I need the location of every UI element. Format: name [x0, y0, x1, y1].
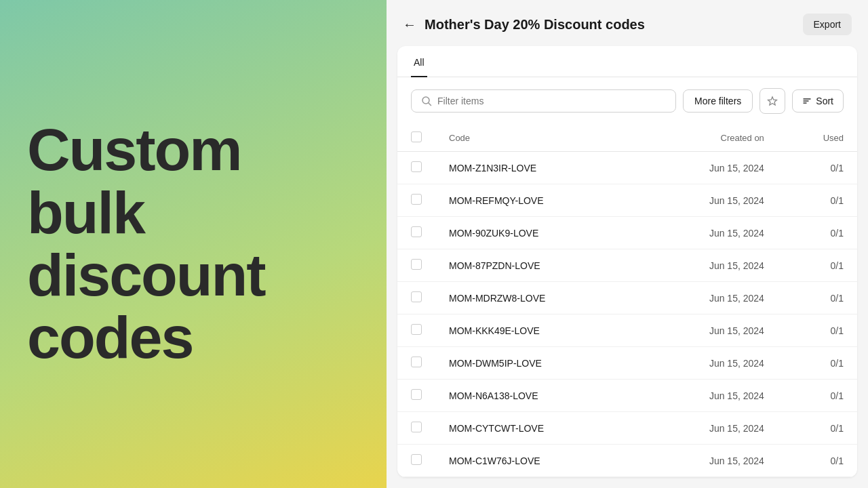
row-checkbox-cell	[397, 380, 435, 412]
row-used: 0/1	[778, 184, 857, 217]
row-checkbox[interactable]	[411, 389, 422, 400]
sort-button[interactable]: Sort	[792, 89, 844, 113]
row-code: MOM-DWM5IP-LOVE	[435, 347, 642, 380]
row-used: 0/1	[778, 282, 857, 314]
codes-table: Code Created on Used MOM-Z1N3IR-LOVE Jun…	[397, 125, 857, 477]
table-header-row: Code Created on Used	[397, 125, 857, 152]
row-checkbox-cell	[397, 314, 435, 347]
table-row: MOM-REFMQY-LOVE Jun 15, 2024 0/1	[397, 184, 857, 217]
row-code: MOM-N6A138-LOVE	[435, 380, 642, 412]
table-wrap: Code Created on Used MOM-Z1N3IR-LOVE Jun…	[397, 125, 857, 477]
search-icon	[421, 96, 432, 106]
page-title: Mother's Day 20% Discount codes	[425, 17, 645, 33]
row-created-on: Jun 15, 2024	[642, 184, 778, 217]
table-row: MOM-DWM5IP-LOVE Jun 15, 2024 0/1	[397, 347, 857, 380]
row-code: MOM-CYTCWT-LOVE	[435, 412, 642, 445]
row-checkbox[interactable]	[411, 259, 422, 270]
table-row: MOM-90ZUK9-LOVE Jun 15, 2024 0/1	[397, 217, 857, 249]
row-created-on: Jun 15, 2024	[642, 249, 778, 282]
row-checkbox[interactable]	[411, 291, 422, 302]
row-code: MOM-MDRZW8-LOVE	[435, 282, 642, 314]
row-code: MOM-90ZUK9-LOVE	[435, 217, 642, 249]
row-checkbox-cell	[397, 217, 435, 249]
content-card: All More filters	[397, 46, 857, 477]
svg-marker-2	[768, 97, 777, 105]
export-button[interactable]: Export	[803, 14, 852, 35]
back-arrow-icon[interactable]: ←	[403, 17, 416, 33]
row-used: 0/1	[778, 217, 857, 249]
row-used: 0/1	[778, 412, 857, 445]
row-created-on: Jun 15, 2024	[642, 347, 778, 380]
tabs-bar: All	[397, 46, 857, 77]
table-row: MOM-C1W76J-LOVE Jun 15, 2024 0/1	[397, 445, 857, 477]
row-created-on: Jun 15, 2024	[642, 152, 778, 184]
col-used-header: Used	[778, 125, 857, 152]
table-row: MOM-KKK49E-LOVE Jun 15, 2024 0/1	[397, 314, 857, 347]
row-checkbox-cell	[397, 445, 435, 477]
row-checkbox-cell	[397, 282, 435, 314]
row-created-on: Jun 15, 2024	[642, 412, 778, 445]
row-code: MOM-87PZDN-LOVE	[435, 249, 642, 282]
row-checkbox[interactable]	[411, 357, 422, 367]
row-used: 0/1	[778, 380, 857, 412]
svg-line-1	[429, 103, 431, 106]
more-filters-button[interactable]: More filters	[683, 89, 753, 113]
left-panel: Custom bulk discount codes	[0, 0, 387, 488]
row-code: MOM-KKK49E-LOVE	[435, 314, 642, 347]
row-checkbox-cell	[397, 412, 435, 445]
headline: Custom bulk discount codes	[27, 119, 359, 369]
sort-icon	[802, 96, 812, 106]
row-checkbox[interactable]	[411, 454, 422, 465]
row-code: MOM-Z1N3IR-LOVE	[435, 152, 642, 184]
search-input[interactable]	[437, 96, 666, 106]
row-code: MOM-REFMQY-LOVE	[435, 184, 642, 217]
header-left: ← Mother's Day 20% Discount codes	[403, 17, 645, 33]
row-checkbox-cell	[397, 347, 435, 380]
row-used: 0/1	[778, 347, 857, 380]
table-row: MOM-Z1N3IR-LOVE Jun 15, 2024 0/1	[397, 152, 857, 184]
col-checkbox	[397, 125, 435, 152]
row-code: MOM-C1W76J-LOVE	[435, 445, 642, 477]
row-created-on: Jun 15, 2024	[642, 314, 778, 347]
row-created-on: Jun 15, 2024	[642, 380, 778, 412]
row-checkbox[interactable]	[411, 194, 422, 205]
row-created-on: Jun 15, 2024	[642, 282, 778, 314]
row-checkbox-cell	[397, 249, 435, 282]
right-panel: ← Mother's Day 20% Discount codes Export…	[387, 0, 868, 488]
tab-all[interactable]: All	[411, 46, 427, 77]
toolbar: More filters Sort	[397, 77, 857, 125]
row-created-on: Jun 15, 2024	[642, 445, 778, 477]
table-row: MOM-N6A138-LOVE Jun 15, 2024 0/1	[397, 380, 857, 412]
table-row: MOM-MDRZW8-LOVE Jun 15, 2024 0/1	[397, 282, 857, 314]
table-row: MOM-87PZDN-LOVE Jun 15, 2024 0/1	[397, 249, 857, 282]
row-checkbox[interactable]	[411, 161, 422, 172]
col-created-header: Created on	[642, 125, 778, 152]
row-checkbox[interactable]	[411, 226, 422, 237]
select-all-checkbox[interactable]	[411, 131, 422, 142]
row-checkbox[interactable]	[411, 324, 422, 335]
star-icon	[767, 96, 778, 106]
search-box	[411, 89, 676, 113]
row-used: 0/1	[778, 314, 857, 347]
row-used: 0/1	[778, 445, 857, 477]
row-checkbox-cell	[397, 152, 435, 184]
row-created-on: Jun 15, 2024	[642, 217, 778, 249]
row-used: 0/1	[778, 249, 857, 282]
row-checkbox-cell	[397, 184, 435, 217]
row-checkbox[interactable]	[411, 422, 422, 432]
col-code-header: Code	[435, 125, 642, 152]
page-header: ← Mother's Day 20% Discount codes Export	[387, 0, 868, 46]
row-used: 0/1	[778, 152, 857, 184]
star-button[interactable]	[760, 88, 785, 114]
table-row: MOM-CYTCWT-LOVE Jun 15, 2024 0/1	[397, 412, 857, 445]
